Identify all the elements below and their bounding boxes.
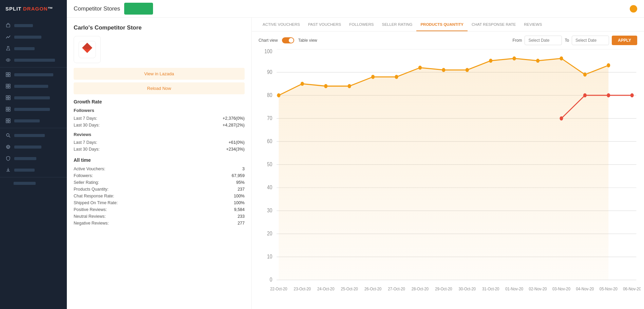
- sidebar-item-target-label: [14, 146, 41, 149]
- svg-rect-5: [6, 75, 8, 77]
- svg-rect-18: [8, 110, 10, 111]
- svg-point-86: [560, 56, 563, 60]
- store-logo: [74, 36, 101, 63]
- svg-point-25: [6, 145, 10, 149]
- svg-point-87: [583, 73, 587, 77]
- sidebar-item-shield[interactable]: [0, 153, 67, 164]
- main-content: Competitor Stores Carlo's Competitor Sto…: [67, 0, 644, 309]
- from-date-input[interactable]: [525, 36, 562, 45]
- sidebar-item-1[interactable]: [0, 20, 67, 31]
- date-controls: From To APPLY: [512, 36, 637, 45]
- svg-point-26: [7, 146, 9, 148]
- svg-rect-11: [6, 96, 8, 97]
- chat-response-label: Chat Response Rate:: [74, 194, 114, 198]
- svg-text:31-Oct-20: 31-Oct-20: [482, 286, 499, 291]
- svg-line-24: [9, 136, 10, 137]
- sidebar-item-bottom-label: [14, 182, 36, 185]
- grid-icon-9: [5, 118, 11, 123]
- sidebar-item-7[interactable]: [0, 92, 67, 103]
- toggle-switch[interactable]: [282, 37, 294, 43]
- svg-point-82: [466, 68, 469, 72]
- svg-rect-9: [6, 86, 8, 88]
- negative-reviews-value: 277: [238, 221, 245, 226]
- positive-reviews-label: Positive Reviews:: [74, 207, 107, 212]
- flask-icon: [5, 46, 11, 51]
- search-icon: [5, 133, 11, 138]
- sidebar-item-8-label: [14, 108, 50, 111]
- apply-button[interactable]: APPLY: [612, 36, 637, 45]
- products-qty-value: 237: [238, 187, 245, 192]
- followers-row: Followers: 67,959: [74, 172, 245, 179]
- svg-text:30: 30: [267, 207, 272, 213]
- sidebar-item-2-label: [14, 36, 41, 39]
- svg-point-76: [324, 84, 327, 88]
- sidebar-item-9[interactable]: [0, 115, 67, 127]
- sidebar-item-download[interactable]: [0, 164, 67, 176]
- from-label: From: [512, 38, 522, 43]
- svg-point-79: [395, 75, 398, 79]
- sidebar-item-search[interactable]: [0, 130, 67, 141]
- reviews-7d-row: Last 7 Days: +61(0%): [74, 139, 245, 146]
- svg-rect-19: [6, 119, 8, 120]
- svg-text:40: 40: [267, 184, 272, 190]
- line-chart: 0 10 20 30 40 50 60 70 80 90 100 22-Oct-…: [255, 49, 641, 306]
- reviews-30d-label: Last 30 Days:: [74, 147, 99, 152]
- sidebar-item-3[interactable]: [0, 43, 67, 54]
- svg-text:05-Nov-20: 05-Nov-20: [600, 286, 618, 291]
- view-in-lazada-button[interactable]: View in Lazada: [74, 68, 245, 80]
- tab-reviews[interactable]: REVIEWS: [520, 18, 546, 31]
- sidebar-item-2[interactable]: [0, 31, 67, 43]
- store-logo-svg: [77, 39, 97, 60]
- to-date-input[interactable]: [572, 36, 609, 45]
- sidebar-item-bottom[interactable]: [0, 179, 67, 188]
- svg-point-78: [371, 75, 375, 79]
- seller-rating-label: Seller Rating:: [74, 180, 99, 185]
- svg-point-92: [630, 93, 634, 97]
- svg-point-80: [418, 65, 422, 70]
- tab-products-quantity[interactable]: PRODUCTS QUANTITY: [416, 18, 468, 31]
- tab-followers[interactable]: FOLLOWERS: [345, 18, 378, 31]
- neutral-reviews-row: Neutral Reviews: 233: [74, 213, 245, 220]
- svg-text:0: 0: [270, 276, 272, 283]
- sidebar-item-6[interactable]: [0, 80, 67, 92]
- products-qty-row: Products Quantity: 237: [74, 186, 245, 193]
- followers-7d-label: Last 7 Days:: [74, 116, 97, 121]
- svg-point-74: [277, 93, 280, 97]
- seller-rating-row: Seller Rating: 95%: [74, 179, 245, 186]
- competitor-stores-badge[interactable]: [124, 3, 153, 15]
- svg-text:28-Oct-20: 28-Oct-20: [412, 286, 429, 291]
- svg-text:26-Oct-20: 26-Oct-20: [364, 286, 381, 291]
- svg-rect-15: [6, 107, 8, 109]
- sidebar-item-5-label: [14, 73, 53, 76]
- tab-active-vouchers[interactable]: ACTIVE VOUCHERS: [259, 18, 304, 31]
- bag-icon: [5, 23, 11, 28]
- sidebar-item-target[interactable]: [0, 141, 67, 153]
- followers-30d-value: +4,287(2%): [223, 123, 245, 128]
- negative-reviews-row: Negative Reviews: 277: [74, 220, 245, 227]
- alltime-title: All time: [74, 157, 245, 163]
- svg-text:06-Nov-20: 06-Nov-20: [623, 286, 641, 291]
- tab-chat-response-rate[interactable]: CHAT RESPONSE RATE: [468, 18, 520, 31]
- reload-now-button[interactable]: Reload Now: [74, 82, 245, 94]
- sidebar-item-5[interactable]: [0, 69, 67, 80]
- sidebar: SPLIT DRAGON ™: [0, 0, 67, 309]
- tab-seller-rating[interactable]: SELLER RATING: [378, 18, 417, 31]
- reviews-30d-row: Last 30 Days: +234(3%): [74, 146, 245, 153]
- chart-toggle[interactable]: [282, 37, 294, 43]
- sidebar-item-9-label: [14, 119, 40, 122]
- svg-text:24-Oct-20: 24-Oct-20: [317, 286, 334, 291]
- svg-text:27-Oct-20: 27-Oct-20: [388, 286, 405, 291]
- tab-past-vouchers[interactable]: PAST VOUCHERS: [304, 18, 345, 31]
- reviews-30d-value: +234(3%): [226, 147, 245, 152]
- followers-7d-row: Last 7 Days: +2,376(0%): [74, 115, 245, 122]
- store-name: Carlo's Competitor Store: [74, 24, 245, 31]
- sidebar-item-7-label: [14, 96, 50, 99]
- chart-icon: [5, 34, 11, 40]
- negative-reviews-label: Negative Reviews:: [74, 221, 109, 226]
- sidebar-item-8[interactable]: [0, 103, 67, 115]
- sidebar-item-4[interactable]: [0, 54, 67, 66]
- grid-icon-5: [5, 72, 11, 77]
- svg-rect-8: [8, 84, 10, 86]
- svg-point-84: [513, 56, 516, 60]
- notification-dot[interactable]: [630, 5, 637, 13]
